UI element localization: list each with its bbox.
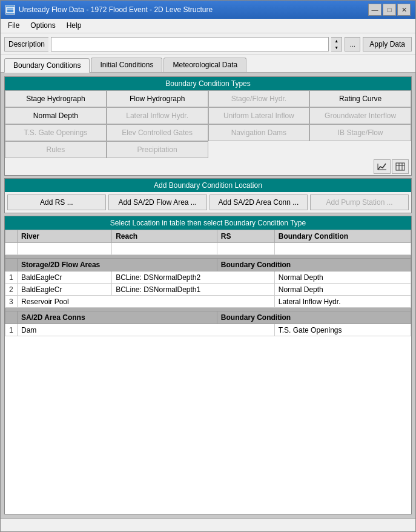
window-title: Unsteady Flow Data - 1972 Flood Event - … [19, 5, 213, 14]
minimize-button[interactable]: — [368, 4, 381, 16]
empty-river [18, 243, 112, 255]
empty-reach [112, 243, 217, 255]
title-controls: — □ ✕ [368, 4, 411, 16]
bc-btn-ts-gate-openings[interactable]: T.S. Gate Openings [5, 124, 107, 141]
main-content: Boundary Condition Types Stage Hydrograp… [1, 73, 415, 518]
table-row[interactable] [5, 243, 411, 255]
empty-rs [217, 243, 274, 255]
bc-btn-normal-depth[interactable]: Normal Depth [5, 107, 107, 124]
spin-up-icon[interactable]: ▲ [331, 38, 342, 44]
maximize-button[interactable]: □ [383, 4, 396, 16]
add-location-buttons: Add RS ... Add SA/2D Flow Area ... Add S… [5, 192, 411, 213]
tab-meteorological-data[interactable]: Meteorological Data [163, 58, 246, 72]
bc-btn-rating-curve[interactable]: Rating Curve [309, 90, 411, 107]
close-button[interactable]: ✕ [397, 4, 411, 16]
boundary-conditions-table: River Reach RS Boundary Condition [5, 230, 411, 336]
select-info-header: Select Location in table then select Bou… [5, 216, 411, 230]
storage-row-3-num: 3 [5, 296, 18, 308]
bc-btn-precipitation[interactable]: Precipitation [107, 141, 208, 158]
sa2d-row-1-bc: T.S. Gate Openings [274, 324, 411, 336]
storage-label: Storage/2D Flow Areas [18, 259, 217, 271]
title-bar: Unsteady Flow Data - 1972 Flood Event - … [1, 1, 415, 19]
tab-bar: Boundary Conditions Initial Conditions M… [1, 55, 415, 73]
storage-row-3-name: Reservoir Pool [18, 296, 275, 308]
sa2d-label: SA/2D Area Conns [18, 311, 217, 324]
col-header-rs: RS [217, 230, 274, 243]
storage-row-1-bcline: BCLine: DSNormalDepth2 [112, 271, 275, 284]
sa2d-row-1-name: Dam [18, 324, 275, 336]
menu-help[interactable]: Help [62, 20, 87, 32]
table-section: Select Location in table then select Bou… [4, 216, 412, 514]
storage-row-3-bc: Lateral Inflow Hydr. [274, 296, 411, 308]
sa2d-num-header [5, 311, 18, 324]
svg-rect-0 [7, 7, 14, 13]
bc-btn-lateral-inflow-hydr[interactable]: Lateral Inflow Hydr. [107, 107, 208, 124]
add-boundary-condition-location-section: Add Boundary Condition Location Add RS .… [4, 178, 412, 213]
tab-boundary-conditions[interactable]: Boundary Conditions [4, 58, 90, 73]
sa2d-row-1-num: 1 [5, 324, 18, 336]
toolbar: Description ▲ ▼ ... Apply Data [1, 33, 415, 55]
storage-row-2-name: BaldEagleCr [18, 284, 112, 296]
description-spinner[interactable]: ▲ ▼ [331, 37, 342, 52]
storage-num-header [5, 259, 18, 271]
col-header-bc: Boundary Condition [274, 230, 411, 243]
storage-row-1-bc: Normal Depth [274, 271, 411, 284]
col-header-reach: Reach [112, 230, 217, 243]
bc-buttons-grid: Stage Hydrograph Flow Hydrograph Stage/F… [5, 90, 411, 158]
bc-types-header: Boundary Condition Types [5, 77, 411, 90]
table-row[interactable]: 3 Reservoir Pool Lateral Inflow Hydr. [5, 296, 411, 308]
table-row[interactable]: 1 BaldEagleCr BCLine: DSNormalDepth2 Nor… [5, 271, 411, 284]
storage-bc-label: Boundary Condition [217, 259, 411, 271]
main-window: Unsteady Flow Data - 1972 Flood Event - … [0, 0, 416, 532]
description-input[interactable] [51, 37, 329, 52]
menu-options[interactable]: Options [25, 20, 60, 32]
menu-bar: File Options Help [1, 19, 415, 33]
bc-btn-stage-hydrograph[interactable]: Stage Hydrograph [5, 90, 107, 107]
chart-tool-button[interactable] [374, 159, 391, 174]
col-header-num [5, 230, 18, 243]
boundary-condition-types-section: Boundary Condition Types Stage Hydrograp… [4, 76, 412, 176]
table-row[interactable]: 1 Dam T.S. Gate Openings [5, 324, 411, 336]
bc-tools-row [5, 158, 411, 175]
bc-btn-flow-hydrograph[interactable]: Flow Hydrograph [107, 90, 208, 107]
bc-btn-groundwater-interflow[interactable]: Groundwater Interflow [309, 107, 411, 124]
menu-file[interactable]: File [3, 20, 24, 32]
status-bar [1, 518, 415, 531]
bc-btn-elev-controlled-gates[interactable]: Elev Controlled Gates [107, 124, 208, 141]
bc-tools-spacer [208, 141, 412, 158]
apply-data-button[interactable]: Apply Data [363, 37, 412, 52]
bc-btn-uniform-lateral-inflow[interactable]: Uniform Lateral Inflow [208, 107, 310, 124]
bc-btn-stage-flow-hydr[interactable]: Stage/Flow Hydr. [208, 90, 310, 107]
add-sa-2d-area-conn-button[interactable]: Add SA/2D Area Conn ... [210, 195, 308, 210]
table-tool-button[interactable] [392, 159, 409, 174]
add-rs-button[interactable]: Add RS ... [7, 195, 106, 210]
description-label: Description [4, 37, 48, 52]
col-header-river: River [18, 230, 112, 243]
add-location-header: Add Boundary Condition Location [5, 179, 411, 192]
svg-rect-4 [396, 163, 404, 170]
storage-row-1-num: 1 [5, 271, 18, 284]
storage-row-1-name: BaldEagleCr [18, 271, 112, 284]
storage-section-header-row: Storage/2D Flow Areas Boundary Condition [5, 259, 411, 271]
app-icon [5, 5, 15, 15]
table-row[interactable]: 2 BaldEagleCr BCLine: DSNormalDepth1 Nor… [5, 284, 411, 296]
empty-num [5, 243, 18, 255]
bc-btn-rules[interactable]: Rules [5, 141, 107, 158]
add-sa-2d-flow-area-button[interactable]: Add SA/2D Flow Area ... [108, 195, 207, 210]
title-bar-left: Unsteady Flow Data - 1972 Flood Event - … [5, 5, 213, 15]
sa2d-bc-label: Boundary Condition [217, 311, 411, 324]
sa2d-section-header-row: SA/2D Area Conns Boundary Condition [5, 311, 411, 324]
bc-btn-ib-stage-flow[interactable]: IB Stage/Flow [309, 124, 411, 141]
storage-row-2-num: 2 [5, 284, 18, 296]
add-pump-station-button[interactable]: Add Pump Station ... [310, 195, 409, 210]
empty-bc [274, 243, 411, 255]
bc-btn-navigation-dams[interactable]: Navigation Dams [208, 124, 310, 141]
tab-initial-conditions[interactable]: Initial Conditions [91, 58, 162, 72]
spin-down-icon[interactable]: ▼ [331, 44, 342, 51]
storage-row-2-bcline: BCLine: DSNormalDepth1 [112, 284, 275, 296]
ellipsis-button[interactable]: ... [345, 37, 360, 52]
storage-row-2-bc: Normal Depth [274, 284, 411, 296]
table-header-row: River Reach RS Boundary Condition [5, 230, 411, 243]
